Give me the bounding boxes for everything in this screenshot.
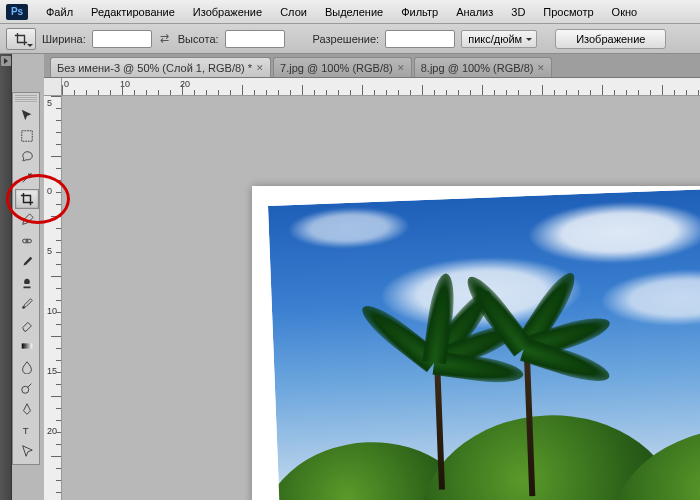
crop-icon xyxy=(14,32,28,46)
menu-file[interactable]: Файл xyxy=(38,3,81,21)
path-select-tool[interactable] xyxy=(15,441,39,461)
options-bar: Ширина: ⇄ Высота: Разрешение: пикс/дюйм … xyxy=(0,24,700,54)
ruler-tick-label: 0 xyxy=(47,186,52,196)
move-tool[interactable] xyxy=(15,105,39,125)
type-tool[interactable]: T xyxy=(15,420,39,440)
history-brush-tool[interactable] xyxy=(15,294,39,314)
menu-view[interactable]: Просмотр xyxy=(535,3,601,21)
stamp-tool[interactable] xyxy=(15,273,39,293)
ruler-tick-label: 15 xyxy=(47,366,57,376)
width-input[interactable] xyxy=(92,30,152,48)
menu-edit[interactable]: Редактирование xyxy=(83,3,183,21)
brush-tool[interactable] xyxy=(15,252,39,272)
tab-label: 7.jpg @ 100% (RGB/8) xyxy=(280,62,393,74)
image-layer xyxy=(268,185,700,500)
toolbox-grip[interactable] xyxy=(15,95,37,103)
ruler-tick-label: 10 xyxy=(47,306,57,316)
svg-point-2 xyxy=(22,306,25,309)
toolbox: T xyxy=(12,92,40,465)
menu-filter[interactable]: Фильтр xyxy=(393,3,446,21)
menu-window[interactable]: Окно xyxy=(604,3,646,21)
svg-text:T: T xyxy=(23,425,29,436)
ruler-vertical[interactable]: 5 0 5 10 15 20 xyxy=(44,96,62,500)
document-tab-2[interactable]: 7.jpg @ 100% (RGB/8) ✕ xyxy=(273,57,412,77)
tab-label: 8.jpg @ 100% (RGB/8) xyxy=(421,62,534,74)
app-logo: Ps xyxy=(6,4,28,20)
panel-collapse-strip xyxy=(0,54,12,500)
dodge-tool[interactable] xyxy=(15,378,39,398)
magic-wand-tool[interactable] xyxy=(15,168,39,188)
menu-bar: Ps Файл Редактирование Изображение Слои … xyxy=(0,0,700,24)
eraser-tool[interactable] xyxy=(15,315,39,335)
width-label: Ширина: xyxy=(42,33,86,45)
pen-tool[interactable] xyxy=(15,399,39,419)
menu-analysis[interactable]: Анализ xyxy=(448,3,501,21)
close-icon[interactable]: ✕ xyxy=(537,63,545,73)
heal-tool[interactable] xyxy=(15,231,39,251)
eyedropper-tool[interactable] xyxy=(15,210,39,230)
ruler-tick-label: 5 xyxy=(47,98,52,108)
crop-tool[interactable] xyxy=(15,189,39,209)
marquee-tool[interactable] xyxy=(15,126,39,146)
document-tab-bar: Без имени-3 @ 50% (Слой 1, RGB/8) * ✕ 7.… xyxy=(44,54,700,78)
height-input[interactable] xyxy=(225,30,285,48)
height-label: Высота: xyxy=(178,33,219,45)
menu-3d[interactable]: 3D xyxy=(503,3,533,21)
ruler-tick-label: 5 xyxy=(47,246,52,256)
svg-point-4 xyxy=(22,386,29,393)
tool-preset-picker[interactable] xyxy=(6,28,36,50)
resolution-input[interactable] xyxy=(385,30,455,48)
lasso-tool[interactable] xyxy=(15,147,39,167)
svg-rect-0 xyxy=(22,131,33,142)
unit-select[interactable]: пикс/дюйм xyxy=(461,30,537,48)
work-area: 0 10 20 5 0 5 10 15 20 xyxy=(44,78,700,500)
expand-panels-icon[interactable] xyxy=(1,56,11,66)
svg-rect-3 xyxy=(22,343,33,348)
menu-select[interactable]: Выделение xyxy=(317,3,391,21)
swap-icon[interactable]: ⇄ xyxy=(158,32,172,46)
document-tab-1[interactable]: Без имени-3 @ 50% (Слой 1, RGB/8) * ✕ xyxy=(50,57,271,77)
menu-layers[interactable]: Слои xyxy=(272,3,315,21)
ruler-corner[interactable] xyxy=(44,78,62,96)
resolution-label: Разрешение: xyxy=(313,33,380,45)
menu-image[interactable]: Изображение xyxy=(185,3,270,21)
ruler-tick-label: 20 xyxy=(47,426,57,436)
gradient-tool[interactable] xyxy=(15,336,39,356)
close-icon[interactable]: ✕ xyxy=(397,63,405,73)
tab-label: Без имени-3 @ 50% (Слой 1, RGB/8) * xyxy=(57,62,252,74)
ruler-tick-label: 0 xyxy=(64,79,69,89)
canvas-stage[interactable] xyxy=(62,96,700,500)
blur-tool[interactable] xyxy=(15,357,39,377)
close-icon[interactable]: ✕ xyxy=(256,63,264,73)
document-canvas[interactable] xyxy=(252,186,700,500)
document-tab-3[interactable]: 8.jpg @ 100% (RGB/8) ✕ xyxy=(414,57,553,77)
image-button[interactable]: Изображение xyxy=(555,29,666,49)
ruler-horizontal[interactable]: 0 10 20 xyxy=(62,78,700,96)
